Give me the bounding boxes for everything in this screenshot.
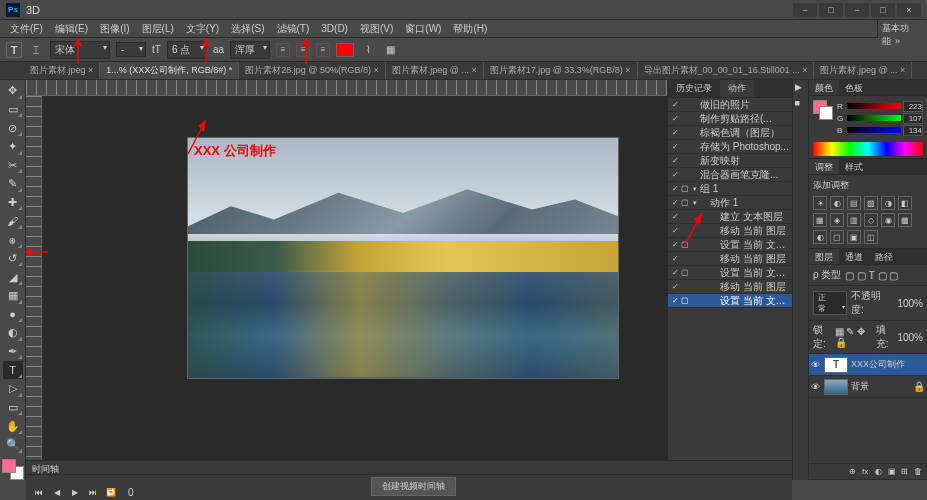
layers-list[interactable]: 👁TXXX公司制作👁背景🔒 bbox=[809, 354, 927, 463]
adjustment-icon[interactable]: ▦ bbox=[813, 213, 827, 227]
document-tab[interactable]: 1...% (XXX公司制作, RGB/8#) * bbox=[100, 62, 239, 79]
visibility-icon[interactable]: 👁 bbox=[811, 382, 821, 392]
adjustment-icon[interactable]: ☀ bbox=[813, 196, 827, 210]
color-slider-G[interactable] bbox=[847, 115, 901, 121]
action-row[interactable]: ✓▢▾动作 1 bbox=[668, 196, 792, 210]
panel-tab-通道[interactable]: 通道 bbox=[839, 249, 869, 264]
color-value-G[interactable]: 107 bbox=[903, 113, 923, 124]
foreground-background-colors[interactable] bbox=[2, 459, 24, 481]
panel-tab-历史记录[interactable]: 历史记录 bbox=[668, 80, 720, 97]
action-row[interactable]: ✓▢设置 当前 文本... bbox=[668, 238, 792, 252]
timeline-next-button[interactable]: ⏭ bbox=[86, 486, 100, 498]
adjustment-icon[interactable]: ▨ bbox=[864, 196, 878, 210]
panel-tab-图层[interactable]: 图层 bbox=[809, 249, 839, 264]
action-row[interactable]: ✓▢▾组 1 bbox=[668, 182, 792, 196]
color-value-R[interactable]: 223 bbox=[903, 101, 923, 112]
antialias-dropdown[interactable]: 浑厚 bbox=[230, 41, 270, 59]
menu-图层(L)[interactable]: 图层(L) bbox=[136, 20, 180, 38]
menu-3D(D)[interactable]: 3D(D) bbox=[315, 21, 354, 36]
action-row[interactable]: ✓棕褐色调（图层） bbox=[668, 126, 792, 140]
zoom-tool[interactable]: 🔍 bbox=[3, 436, 23, 454]
actions-list[interactable]: ✓做旧的照片✓制作剪贴路径(...✓棕褐色调（图层）✓存储为 Photoshop… bbox=[668, 98, 792, 464]
layer-row[interactable]: 👁背景🔒 bbox=[809, 376, 927, 398]
path-tool[interactable]: ▷ bbox=[3, 380, 23, 398]
timeline-prev-button[interactable]: ◀ bbox=[50, 486, 64, 498]
timeline-loop-button[interactable]: 🔁 bbox=[104, 486, 118, 498]
layers-footer-button[interactable]: ⊞ bbox=[901, 467, 911, 476]
opacity-value[interactable]: 100% bbox=[897, 298, 923, 309]
text-orientation-button[interactable]: ⌶ bbox=[28, 42, 44, 58]
document-tab[interactable]: 导出图片素材_00_00_01_16.Still001 ... × bbox=[638, 62, 815, 79]
font-style-dropdown[interactable]: - bbox=[116, 42, 146, 57]
action-row[interactable]: ✓▢设置 当前 文本... bbox=[668, 294, 792, 308]
character-panel-button[interactable]: ▦ bbox=[382, 42, 398, 58]
timeline-play-button[interactable]: ▶ bbox=[68, 486, 82, 498]
history-tool[interactable]: ↺ bbox=[3, 250, 23, 268]
wand-tool[interactable]: ✦ bbox=[3, 138, 23, 156]
adjustment-icon[interactable]: ◐ bbox=[830, 196, 844, 210]
menu-视图(V)[interactable]: 视图(V) bbox=[354, 20, 399, 38]
blur-tool[interactable]: ● bbox=[3, 306, 23, 324]
align-left-button[interactable]: ≡ bbox=[276, 43, 290, 57]
marquee-tool[interactable]: ▭ bbox=[3, 101, 23, 119]
vertical-ruler[interactable] bbox=[26, 96, 42, 480]
hand-tool[interactable]: ✋ bbox=[3, 417, 23, 435]
warp-text-button[interactable]: ⌇ bbox=[360, 42, 376, 58]
layers-footer-button[interactable]: ⊕ bbox=[849, 467, 859, 476]
font-family-dropdown[interactable]: 宋体 bbox=[50, 41, 110, 59]
adjustment-icon[interactable]: ▢ bbox=[830, 230, 844, 244]
panel-tab-路径[interactable]: 路径 bbox=[869, 249, 899, 264]
eraser-tool[interactable]: ◢ bbox=[3, 268, 23, 286]
document-tab[interactable]: 图片素材.jpeg @ ... × bbox=[386, 62, 484, 79]
text-color-swatch[interactable] bbox=[336, 43, 354, 57]
adjustment-icon[interactable]: ◉ bbox=[881, 213, 895, 227]
menu-图像(I)[interactable]: 图像(I) bbox=[94, 20, 135, 38]
action-row[interactable]: ✓建立 文本图层 bbox=[668, 210, 792, 224]
menu-帮助(H)[interactable]: 帮助(H) bbox=[447, 20, 493, 38]
layers-footer-button[interactable]: ◐ bbox=[875, 467, 885, 476]
action-row[interactable]: ✓▢设置 当前 文本... bbox=[668, 266, 792, 280]
maximize-button[interactable]: □ bbox=[819, 3, 843, 17]
color-value-B[interactable]: 134 bbox=[903, 125, 923, 136]
adjustment-icon[interactable]: ◐ bbox=[813, 230, 827, 244]
action-row[interactable]: ✓制作剪贴路径(... bbox=[668, 112, 792, 126]
align-center-button[interactable]: ≡ bbox=[296, 43, 310, 57]
document-tab[interactable]: 图片素材.jpeg × bbox=[24, 62, 100, 79]
layers-footer-button[interactable]: fx bbox=[862, 467, 872, 476]
action-row[interactable]: ✓移动 当前 图层 bbox=[668, 280, 792, 294]
color-swatch-pair[interactable] bbox=[813, 100, 833, 120]
layers-footer-button[interactable]: 🗑 bbox=[914, 467, 924, 476]
minimize2-button[interactable]: − bbox=[845, 3, 869, 17]
menu-滤镜(T)[interactable]: 滤镜(T) bbox=[271, 20, 316, 38]
align-right-button[interactable]: ≡ bbox=[316, 43, 330, 57]
dodge-tool[interactable]: ◐ bbox=[3, 324, 23, 342]
action-row[interactable]: ✓移动 当前 图层 bbox=[668, 252, 792, 266]
workspace-switcher[interactable]: 基本功能 bbox=[877, 20, 927, 38]
color-slider-B[interactable] bbox=[847, 127, 901, 133]
crop-tool[interactable]: ✂ bbox=[3, 157, 23, 175]
panel-tab-样式[interactable]: 样式 bbox=[839, 159, 869, 174]
action-row[interactable]: ✓做旧的照片 bbox=[668, 98, 792, 112]
blend-mode-dropdown[interactable]: 正常 bbox=[813, 291, 847, 315]
visibility-icon[interactable]: 👁 bbox=[811, 360, 821, 370]
layers-footer-button[interactable]: ▣ bbox=[888, 467, 898, 476]
maximize2-button[interactable]: □ bbox=[871, 3, 895, 17]
lasso-tool[interactable]: ⊘ bbox=[3, 119, 23, 137]
font-size-dropdown[interactable]: 6 点 bbox=[167, 41, 207, 59]
create-timeline-button[interactable]: 创建视频时间轴 bbox=[371, 477, 456, 496]
panel-tab-色板[interactable]: 色板 bbox=[839, 80, 869, 95]
document-tab[interactable]: 图片素材17.jpg @ 33.3%(RGB/8) × bbox=[484, 62, 638, 79]
action-row[interactable]: ✓新变映射 bbox=[668, 154, 792, 168]
canvas-viewport[interactable]: XXX 公司制作 bbox=[42, 96, 667, 462]
gradient-tool[interactable]: ▦ bbox=[3, 287, 23, 305]
pen-tool[interactable]: ✒ bbox=[3, 343, 23, 361]
adjustment-icon[interactable]: ▩ bbox=[898, 213, 912, 227]
timeline-tab[interactable]: 时间轴 bbox=[26, 461, 792, 475]
menu-选择(S)[interactable]: 选择(S) bbox=[225, 20, 270, 38]
action-row[interactable]: ✓混合器画笔克隆... bbox=[668, 168, 792, 182]
heal-tool[interactable]: ✚ bbox=[3, 194, 23, 212]
action-row[interactable]: ✓存储为 Photoshop... bbox=[668, 140, 792, 154]
panel-tab-调整[interactable]: 调整 bbox=[809, 159, 839, 174]
color-spectrum[interactable] bbox=[813, 142, 923, 156]
panel-tab-动作[interactable]: 动作 bbox=[720, 80, 754, 97]
